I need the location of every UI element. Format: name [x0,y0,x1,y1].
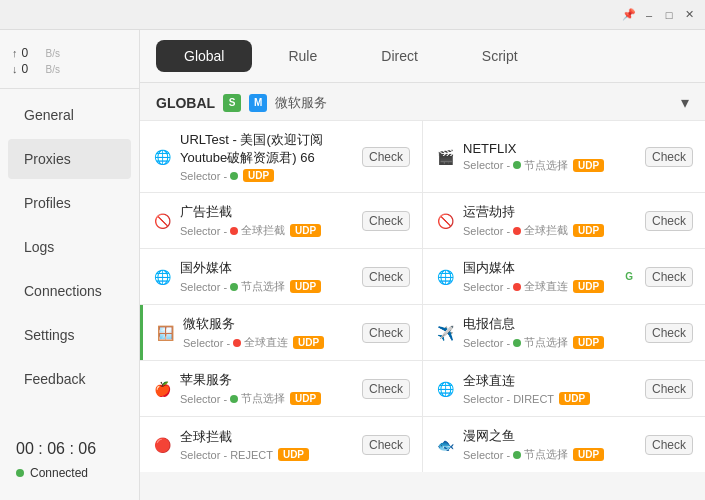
tag-udp-telegram: UDP [573,336,604,349]
rule-selector-opshijack: Selector - 全球拦截 UDP [463,223,637,238]
rule-name-foreign-media: 国外媒体 [180,259,354,277]
down-arrow: ↓ [12,63,18,75]
titlebar: 📌 – □ ✕ [0,0,705,30]
check-button-opshijack[interactable]: Check [645,211,693,231]
rule-icon-adblock: 🚫 [152,213,172,229]
badge-m: M [249,94,267,112]
pin-button[interactable]: 📌 [621,7,637,23]
rule-selector-domestic-media: Selector - 全球直连 UDP [463,279,617,294]
rule-info-global-direct: 全球直连 Selector - DIRECT UDP [463,372,637,405]
rule-card-microsoft[interactable]: 🪟 微软服务 Selector - 全球直连 UDP Check [140,305,422,360]
rule-name-global-block: 全球拦截 [180,428,354,446]
selector-dot-opshijack [513,227,521,235]
rule-icon-fish: 🐟 [435,437,455,453]
download-stat: ↓ 0 B/s [12,62,127,76]
sidebar-item-proxies[interactable]: Proxies [8,139,131,179]
rule-name-telegram: 电报信息 [463,315,637,333]
rule-selector-apple: Selector - 节点选择 UDP [180,391,354,406]
rule-info-telegram: 电报信息 Selector - 节点选择 UDP [463,315,637,350]
rule-card-opshijack[interactable]: 🚫 运营劫持 Selector - 全球拦截 UDP Check [423,193,705,248]
rule-info-fish: 漫网之鱼 Selector - 节点选择 UDP [463,427,637,462]
rule-icon-netflix: 🎬 [435,149,455,165]
rule-icon-domestic-media: 🌐 [435,269,455,285]
check-button-global-direct[interactable]: Check [645,379,693,399]
sidebar-item-profiles[interactable]: Profiles [8,183,131,223]
rule-card-adblock[interactable]: 🚫 广告拦截 Selector - 全球拦截 UDP Check [140,193,422,248]
upload-value: 0 [22,46,42,60]
selector-dot-apple [230,395,238,403]
rule-icon-apple: 🍎 [152,381,172,397]
maximize-button[interactable]: □ [661,7,677,23]
rule-icon-global-direct: 🌐 [435,381,455,397]
minimize-button[interactable]: – [641,7,657,23]
rule-card-telegram[interactable]: ✈️ 电报信息 Selector - 节点选择 UDP Check [423,305,705,360]
sidebar-item-connections[interactable]: Connections [8,271,131,311]
tab-bar: Global Rule Direct Script [140,30,705,83]
rule-icon-microsoft: 🪟 [155,325,175,341]
up-arrow: ↑ [12,47,18,59]
rule-card-global-block[interactable]: 🔴 全球拦截 Selector - REJECT UDP Check [140,417,422,472]
close-button[interactable]: ✕ [681,7,697,23]
check-button-global-block[interactable]: Check [362,435,410,455]
tab-direct[interactable]: Direct [353,40,446,72]
sidebar-item-logs[interactable]: Logs [8,227,131,267]
tag-udp-foreign-media: UDP [290,280,321,293]
badge-s: S [223,94,241,112]
rule-selector-telegram: Selector - 节点选择 UDP [463,335,637,350]
connection-status: Connected [16,466,123,480]
rule-selector-urltest: Selector - UDP [180,169,354,182]
rule-info-opshijack: 运营劫持 Selector - 全球拦截 UDP [463,203,637,238]
tag-udp-global-block: UDP [278,448,309,461]
tab-global[interactable]: Global [156,40,252,72]
rule-icon-foreign-media: 🌐 [152,269,172,285]
check-button-domestic-media[interactable]: Check [645,267,693,287]
rule-name-global-direct: 全球直连 [463,372,637,390]
selector-dot-urltest [230,172,238,180]
selector-dot-netflix [513,161,521,169]
rule-name-microsoft: 微软服务 [183,315,354,333]
panel-title: GLOBAL [156,95,215,111]
tag-udp-adblock: UDP [290,224,321,237]
check-button-urltest[interactable]: Check [362,147,410,167]
tab-rule[interactable]: Rule [260,40,345,72]
check-button-fish[interactable]: Check [645,435,693,455]
rule-card-foreign-media[interactable]: 🌐 国外媒体 Selector - 节点选择 UDP Check [140,249,422,304]
sidebar-item-general[interactable]: General [8,95,131,135]
rule-card-domestic-media[interactable]: 🌐 国内媒体 Selector - 全球直连 UDP G Check [423,249,705,304]
check-button-microsoft[interactable]: Check [362,323,410,343]
tag-udp-global-direct: UDP [559,392,590,405]
rule-info-foreign-media: 国外媒体 Selector - 节点选择 UDP [180,259,354,294]
rule-name-domestic-media: 国内媒体 [463,259,617,277]
selector-dot-fish [513,451,521,459]
sidebar-footer: 00 : 06 : 06 Connected [0,428,139,492]
sidebar-divider-1 [0,88,139,89]
rule-selector-foreign-media: Selector - 节点选择 UDP [180,279,354,294]
g-indicator: G [625,271,633,282]
rule-card-fish[interactable]: 🐟 漫网之鱼 Selector - 节点选择 UDP Check [423,417,705,472]
tag-udp-urltest: UDP [243,169,274,182]
check-button-foreign-media[interactable]: Check [362,267,410,287]
tab-script[interactable]: Script [454,40,546,72]
rule-card-apple[interactable]: 🍎 苹果服务 Selector - 节点选择 UDP Check [140,361,422,416]
tag-udp-opshijack: UDP [573,224,604,237]
status-dot [16,469,24,477]
rule-info-netflix: NETFLIX Selector - 节点选择 UDP [463,141,637,173]
rule-name-urltest: URLTest - 美国(欢迎订阅Youtube破解资源君) 66 [180,131,354,167]
check-button-netflix[interactable]: Check [645,147,693,167]
content-area: Global Rule Direct Script GLOBAL S M 微软服… [140,30,705,500]
sidebar-item-settings[interactable]: Settings [8,315,131,355]
download-unit: B/s [46,64,60,75]
rule-name-fish: 漫网之鱼 [463,427,637,445]
upload-unit: B/s [46,48,60,59]
rule-card-netflix[interactable]: 🎬 NETFLIX Selector - 节点选择 UDP Check [423,121,705,192]
check-button-telegram[interactable]: Check [645,323,693,343]
check-button-adblock[interactable]: Check [362,211,410,231]
rule-card-urltest[interactable]: 🌐 URLTest - 美国(欢迎订阅Youtube破解资源君) 66 Sele… [140,121,422,192]
rule-selector-microsoft: Selector - 全球直连 UDP [183,335,354,350]
download-value: 0 [22,62,42,76]
check-button-apple[interactable]: Check [362,379,410,399]
rule-selector-adblock: Selector - 全球拦截 UDP [180,223,354,238]
sidebar-item-feedback[interactable]: Feedback [8,359,131,399]
tag-udp-apple: UDP [290,392,321,405]
rule-card-global-direct[interactable]: 🌐 全球直连 Selector - DIRECT UDP Check [423,361,705,416]
